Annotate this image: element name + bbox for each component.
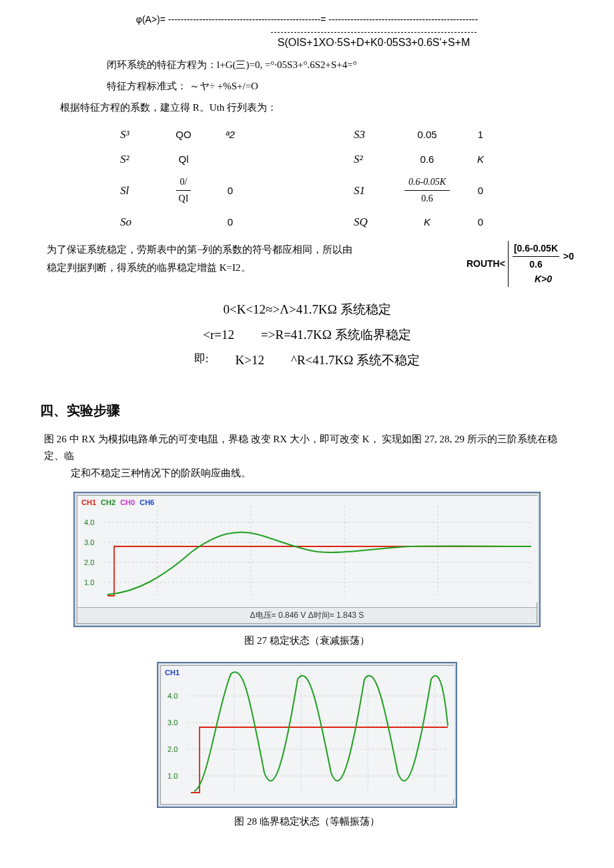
experiment-description: 图 26 中 RX 为模拟电路单元的可变电阻，界稳 改变 RX 大小，即可改变 …: [44, 431, 574, 482]
channel-labels: CH1: [165, 667, 182, 679]
svg-text:3.0: 3.0: [84, 538, 94, 546]
channel-labels: CH1 CH2 CH0 CH6: [81, 497, 157, 509]
svg-text:3.0: 3.0: [168, 719, 178, 727]
routh-tables: S³ QO ª2 S² Ql Sl 0/ QI 0 So 0 S3 0.05 1…: [67, 125, 547, 231]
oscilloscope-plot-stable: 4.0 3.0 2.0 1.0: [77, 496, 538, 602]
chart-stable-response: CH1 CH2 CH0 CH6 4.0 3.: [40, 492, 574, 627]
oscilloscope-plot-critical: 4.0 3.0 2.0 1.0: [161, 666, 454, 799]
svg-rect-13: [161, 666, 454, 799]
routh-table-symbolic: S³ QO ª2 S² Ql Sl 0/ QI 0 So 0: [120, 125, 247, 231]
svg-text:2.0: 2.0: [84, 558, 94, 566]
routh-fraction-cell: 0.6-0.05K 0.6: [387, 175, 467, 206]
stability-text-2: 稳定判据判断，得系统的临界稳定增益 K=I2。: [47, 262, 251, 273]
stability-conclusions: 0<K<12≈>Λ>41.7KΩ 系统稳定 <r=12 =>R=41.7KΩ 系…: [40, 297, 574, 373]
closed-loop-equation: 闭环系统的特征方程为：l+G(三)=0, =°·05S3+°.6S2+S+4=°: [107, 57, 574, 73]
svg-text:1.0: 1.0: [84, 578, 94, 586]
routh-row-label: S³: [120, 125, 154, 143]
chart-critical-response: CH1 4.0 3.0 2.0 1.0: [40, 662, 574, 808]
svg-text:2.0: 2.0: [168, 745, 178, 753]
equation-denominator: S(OIS+1XO·5S+D+K0·05S3+0.6S'+S+M: [271, 32, 477, 51]
transfer-function-equation: φ(Α>)= ---------------------------------…: [40, 12, 574, 27]
section-heading-experiment-steps: 四、实验步骤: [40, 400, 574, 421]
svg-text:4.0: 4.0: [84, 518, 94, 526]
routh-fraction-cell: 0/ QI: [154, 175, 214, 206]
svg-rect-0: [77, 496, 538, 602]
routh-condition: ROUTH< [0.6-0.05K 0.6 >0 K>0: [467, 241, 574, 286]
stability-criterion-block: 为了保证系统稳定，劳斯表中的第−列的系数的符号都应相同，所以由 稳定判据判断，得…: [47, 241, 574, 286]
chart-caption-27: 图 27 稳定状态（衰减振荡）: [40, 632, 574, 648]
svg-text:4.0: 4.0: [168, 692, 178, 700]
svg-text:1.0: 1.0: [168, 772, 178, 780]
chart-caption-28: 图 28 临界稳定状态（等幅振荡）: [40, 813, 574, 829]
routh-table-numeric: S3 0.05 1 S² 0.6 K S1 0.6-0.05K 0.6 0 SQ…: [354, 125, 494, 231]
chart-readout: Δ电压= 0.846 V Δ时间= 1.843 S: [77, 607, 537, 623]
routh-intro-text: 根据特征方程的系数，建立得 R。Uth 行列表为：: [60, 99, 574, 115]
stability-text-1: 为了保证系统稳定，劳斯表中的第−列的系数的符号都应相同，所以由: [47, 244, 352, 255]
equation-numerator-line: φ(Α>)= ---------------------------------…: [40, 12, 574, 27]
characteristic-form: 特征方程标准式： ～ヤ÷ +%S+/=O: [107, 78, 574, 94]
